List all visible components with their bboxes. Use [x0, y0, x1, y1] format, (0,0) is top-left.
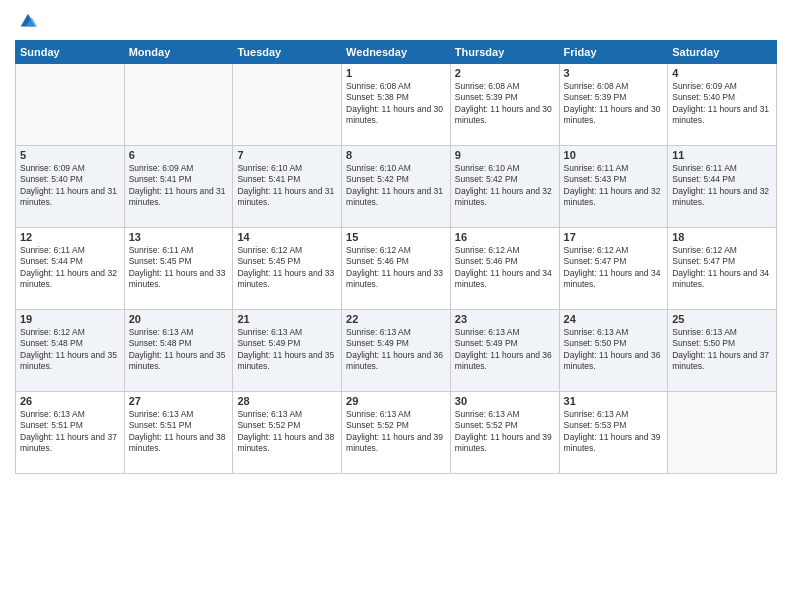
calendar-cell: 14Sunrise: 6:12 AMSunset: 5:45 PMDayligh… — [233, 228, 342, 310]
calendar-weekday-monday: Monday — [124, 41, 233, 64]
day-number: 21 — [237, 313, 337, 325]
calendar-cell: 8Sunrise: 6:10 AMSunset: 5:42 PMDaylight… — [342, 146, 451, 228]
day-number: 30 — [455, 395, 555, 407]
calendar-weekday-saturday: Saturday — [668, 41, 777, 64]
day-number: 5 — [20, 149, 120, 161]
cell-info: Sunrise: 6:12 AMSunset: 5:45 PMDaylight:… — [237, 245, 337, 291]
day-number: 2 — [455, 67, 555, 79]
calendar-cell: 7Sunrise: 6:10 AMSunset: 5:41 PMDaylight… — [233, 146, 342, 228]
calendar-week-4: 19Sunrise: 6:12 AMSunset: 5:48 PMDayligh… — [16, 310, 777, 392]
calendar: SundayMondayTuesdayWednesdayThursdayFrid… — [15, 40, 777, 474]
logo — [15, 10, 39, 32]
day-number: 17 — [564, 231, 664, 243]
day-number: 12 — [20, 231, 120, 243]
cell-info: Sunrise: 6:09 AMSunset: 5:40 PMDaylight:… — [672, 81, 772, 127]
day-number: 15 — [346, 231, 446, 243]
calendar-weekday-sunday: Sunday — [16, 41, 125, 64]
cell-info: Sunrise: 6:13 AMSunset: 5:52 PMDaylight:… — [346, 409, 446, 455]
calendar-weekday-thursday: Thursday — [450, 41, 559, 64]
cell-info: Sunrise: 6:13 AMSunset: 5:52 PMDaylight:… — [237, 409, 337, 455]
cell-info: Sunrise: 6:12 AMSunset: 5:47 PMDaylight:… — [672, 245, 772, 291]
cell-info: Sunrise: 6:11 AMSunset: 5:45 PMDaylight:… — [129, 245, 229, 291]
day-number: 31 — [564, 395, 664, 407]
calendar-cell: 29Sunrise: 6:13 AMSunset: 5:52 PMDayligh… — [342, 392, 451, 474]
calendar-cell — [233, 64, 342, 146]
cell-info: Sunrise: 6:13 AMSunset: 5:49 PMDaylight:… — [237, 327, 337, 373]
cell-info: Sunrise: 6:08 AMSunset: 5:38 PMDaylight:… — [346, 81, 446, 127]
cell-info: Sunrise: 6:08 AMSunset: 5:39 PMDaylight:… — [455, 81, 555, 127]
day-number: 24 — [564, 313, 664, 325]
calendar-cell: 10Sunrise: 6:11 AMSunset: 5:43 PMDayligh… — [559, 146, 668, 228]
calendar-weekday-friday: Friday — [559, 41, 668, 64]
cell-info: Sunrise: 6:12 AMSunset: 5:46 PMDaylight:… — [455, 245, 555, 291]
calendar-cell: 31Sunrise: 6:13 AMSunset: 5:53 PMDayligh… — [559, 392, 668, 474]
calendar-cell — [668, 392, 777, 474]
cell-info: Sunrise: 6:13 AMSunset: 5:52 PMDaylight:… — [455, 409, 555, 455]
page: SundayMondayTuesdayWednesdayThursdayFrid… — [0, 0, 792, 612]
calendar-cell: 4Sunrise: 6:09 AMSunset: 5:40 PMDaylight… — [668, 64, 777, 146]
day-number: 6 — [129, 149, 229, 161]
header — [15, 10, 777, 32]
day-number: 27 — [129, 395, 229, 407]
calendar-cell: 3Sunrise: 6:08 AMSunset: 5:39 PMDaylight… — [559, 64, 668, 146]
cell-info: Sunrise: 6:13 AMSunset: 5:51 PMDaylight:… — [20, 409, 120, 455]
calendar-cell: 28Sunrise: 6:13 AMSunset: 5:52 PMDayligh… — [233, 392, 342, 474]
day-number: 4 — [672, 67, 772, 79]
calendar-cell: 25Sunrise: 6:13 AMSunset: 5:50 PMDayligh… — [668, 310, 777, 392]
cell-info: Sunrise: 6:08 AMSunset: 5:39 PMDaylight:… — [564, 81, 664, 127]
cell-info: Sunrise: 6:13 AMSunset: 5:49 PMDaylight:… — [455, 327, 555, 373]
calendar-cell: 13Sunrise: 6:11 AMSunset: 5:45 PMDayligh… — [124, 228, 233, 310]
day-number: 14 — [237, 231, 337, 243]
cell-info: Sunrise: 6:11 AMSunset: 5:44 PMDaylight:… — [20, 245, 120, 291]
cell-info: Sunrise: 6:13 AMSunset: 5:48 PMDaylight:… — [129, 327, 229, 373]
day-number: 26 — [20, 395, 120, 407]
cell-info: Sunrise: 6:13 AMSunset: 5:50 PMDaylight:… — [564, 327, 664, 373]
day-number: 19 — [20, 313, 120, 325]
cell-info: Sunrise: 6:12 AMSunset: 5:48 PMDaylight:… — [20, 327, 120, 373]
day-number: 22 — [346, 313, 446, 325]
cell-info: Sunrise: 6:13 AMSunset: 5:49 PMDaylight:… — [346, 327, 446, 373]
calendar-cell: 12Sunrise: 6:11 AMSunset: 5:44 PMDayligh… — [16, 228, 125, 310]
calendar-cell: 23Sunrise: 6:13 AMSunset: 5:49 PMDayligh… — [450, 310, 559, 392]
calendar-week-1: 1Sunrise: 6:08 AMSunset: 5:38 PMDaylight… — [16, 64, 777, 146]
day-number: 11 — [672, 149, 772, 161]
day-number: 7 — [237, 149, 337, 161]
calendar-cell: 2Sunrise: 6:08 AMSunset: 5:39 PMDaylight… — [450, 64, 559, 146]
calendar-week-2: 5Sunrise: 6:09 AMSunset: 5:40 PMDaylight… — [16, 146, 777, 228]
day-number: 13 — [129, 231, 229, 243]
cell-info: Sunrise: 6:13 AMSunset: 5:50 PMDaylight:… — [672, 327, 772, 373]
cell-info: Sunrise: 6:11 AMSunset: 5:44 PMDaylight:… — [672, 163, 772, 209]
cell-info: Sunrise: 6:09 AMSunset: 5:40 PMDaylight:… — [20, 163, 120, 209]
calendar-weekday-wednesday: Wednesday — [342, 41, 451, 64]
calendar-cell: 26Sunrise: 6:13 AMSunset: 5:51 PMDayligh… — [16, 392, 125, 474]
day-number: 1 — [346, 67, 446, 79]
calendar-cell: 15Sunrise: 6:12 AMSunset: 5:46 PMDayligh… — [342, 228, 451, 310]
day-number: 8 — [346, 149, 446, 161]
cell-info: Sunrise: 6:11 AMSunset: 5:43 PMDaylight:… — [564, 163, 664, 209]
calendar-cell: 30Sunrise: 6:13 AMSunset: 5:52 PMDayligh… — [450, 392, 559, 474]
calendar-cell: 20Sunrise: 6:13 AMSunset: 5:48 PMDayligh… — [124, 310, 233, 392]
cell-info: Sunrise: 6:13 AMSunset: 5:53 PMDaylight:… — [564, 409, 664, 455]
cell-info: Sunrise: 6:12 AMSunset: 5:47 PMDaylight:… — [564, 245, 664, 291]
calendar-cell: 16Sunrise: 6:12 AMSunset: 5:46 PMDayligh… — [450, 228, 559, 310]
calendar-cell: 11Sunrise: 6:11 AMSunset: 5:44 PMDayligh… — [668, 146, 777, 228]
calendar-cell: 9Sunrise: 6:10 AMSunset: 5:42 PMDaylight… — [450, 146, 559, 228]
cell-info: Sunrise: 6:12 AMSunset: 5:46 PMDaylight:… — [346, 245, 446, 291]
day-number: 18 — [672, 231, 772, 243]
day-number: 23 — [455, 313, 555, 325]
calendar-cell: 22Sunrise: 6:13 AMSunset: 5:49 PMDayligh… — [342, 310, 451, 392]
calendar-week-3: 12Sunrise: 6:11 AMSunset: 5:44 PMDayligh… — [16, 228, 777, 310]
calendar-cell: 17Sunrise: 6:12 AMSunset: 5:47 PMDayligh… — [559, 228, 668, 310]
calendar-cell: 19Sunrise: 6:12 AMSunset: 5:48 PMDayligh… — [16, 310, 125, 392]
day-number: 16 — [455, 231, 555, 243]
day-number: 29 — [346, 395, 446, 407]
calendar-cell — [124, 64, 233, 146]
calendar-week-5: 26Sunrise: 6:13 AMSunset: 5:51 PMDayligh… — [16, 392, 777, 474]
logo-icon — [17, 10, 39, 32]
calendar-cell: 27Sunrise: 6:13 AMSunset: 5:51 PMDayligh… — [124, 392, 233, 474]
day-number: 25 — [672, 313, 772, 325]
calendar-cell: 1Sunrise: 6:08 AMSunset: 5:38 PMDaylight… — [342, 64, 451, 146]
calendar-cell: 5Sunrise: 6:09 AMSunset: 5:40 PMDaylight… — [16, 146, 125, 228]
cell-info: Sunrise: 6:13 AMSunset: 5:51 PMDaylight:… — [129, 409, 229, 455]
calendar-cell: 24Sunrise: 6:13 AMSunset: 5:50 PMDayligh… — [559, 310, 668, 392]
